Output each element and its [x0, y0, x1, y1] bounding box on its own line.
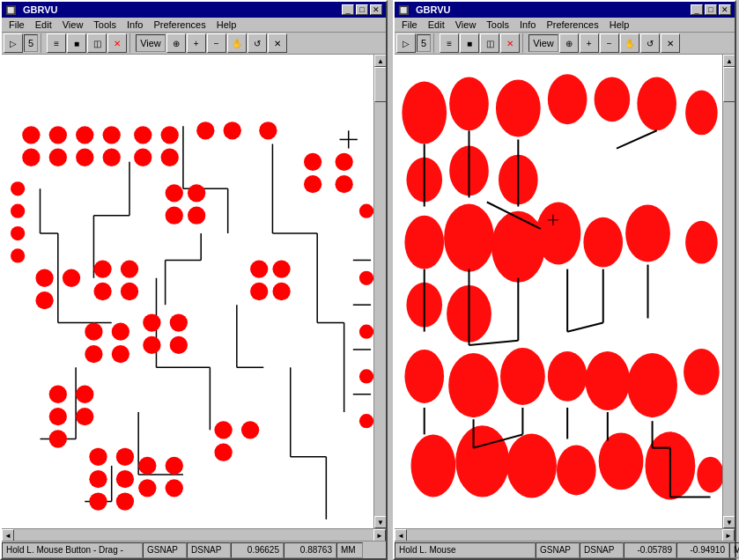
right-menu-preferences[interactable]: Preferences	[541, 18, 603, 31]
svg-point-60	[35, 291, 53, 309]
left-menu-bar: File Edit View Tools Info Preferences He…	[2, 18, 386, 33]
left-tb-zoom-in[interactable]: +	[187, 33, 206, 53]
left-vscroll-thumb[interactable]	[374, 67, 386, 102]
svg-point-67	[166, 207, 183, 225]
svg-point-41	[49, 126, 67, 144]
right-tb-list[interactable]: ≡	[440, 33, 459, 53]
svg-point-46	[103, 149, 121, 166]
left-tb-rect[interactable]: ■	[67, 33, 86, 53]
right-minimize-button[interactable]: _	[691, 4, 703, 15]
left-hscroll-track[interactable]	[14, 529, 373, 541]
left-tb-inspect[interactable]: ◫	[87, 33, 107, 53]
right-status-x: -0.05789	[624, 542, 676, 558]
right-content: ▲ ▼ ◄ ►	[395, 55, 735, 541]
right-pcb-svg	[395, 55, 722, 528]
svg-point-84	[76, 408, 93, 425]
right-menu-edit[interactable]: Edit	[423, 18, 450, 31]
left-vscrollbar[interactable]: ▲ ▼	[373, 55, 386, 528]
right-tb-zoom-out[interactable]: −	[600, 33, 619, 53]
svg-point-63	[93, 283, 111, 300]
right-menu-view[interactable]: View	[450, 18, 482, 31]
right-tb-pointer[interactable]: ▷	[396, 33, 416, 53]
left-pcb-canvas[interactable]	[2, 55, 373, 528]
left-vscroll-track[interactable]	[374, 67, 386, 516]
right-tb-zoom-in[interactable]: +	[580, 33, 599, 53]
right-title-bar: 🔲 GBRVU _ □ ✕	[395, 2, 735, 18]
left-menu-file[interactable]: File	[4, 18, 30, 31]
svg-point-136	[455, 425, 509, 497]
right-vscrollbar[interactable]: ▲ ▼	[722, 55, 735, 528]
right-close-button[interactable]: ✕	[719, 4, 731, 15]
right-vscroll-track[interactable]	[723, 67, 735, 516]
left-menu-tools[interactable]: Tools	[88, 18, 122, 31]
left-content: ▲ ▼ ◄ ►	[2, 55, 386, 541]
svg-point-43	[76, 126, 93, 144]
left-tb-zoom-fit[interactable]: ⊕	[166, 33, 186, 53]
left-tb-cancel[interactable]: ✕	[268, 33, 287, 53]
left-scroll-right[interactable]: ►	[373, 529, 386, 541]
left-tb-undo[interactable]: ↺	[248, 33, 267, 53]
right-vscroll-thumb[interactable]	[723, 67, 735, 102]
left-tb-list[interactable]: ≡	[47, 33, 66, 53]
right-hscroll-track[interactable]	[407, 529, 722, 541]
svg-point-124	[536, 202, 581, 264]
left-tb-pointer[interactable]: ▷	[4, 33, 23, 53]
left-scroll-left[interactable]: ◄	[2, 529, 14, 541]
right-pcb-canvas[interactable]	[395, 55, 722, 528]
right-hscrollbar[interactable]: ◄ ►	[395, 528, 735, 541]
right-menu-help[interactable]: Help	[604, 18, 635, 31]
left-scroll-up[interactable]: ▲	[374, 55, 386, 67]
right-toolbar: ▷ 5 ≡ ■ ◫ ✕ View ⊕ + − ✋ ↺ ✕	[395, 33, 735, 55]
right-tb-pan[interactable]: ✋	[620, 33, 639, 53]
svg-point-90	[89, 492, 107, 510]
right-tb-clear[interactable]: ✕	[500, 33, 520, 53]
left-tb-pan[interactable]: ✋	[227, 33, 247, 53]
right-tb-rect[interactable]: ■	[460, 33, 479, 53]
left-tb-view-label: View	[136, 34, 166, 52]
left-maximize-button[interactable]: □	[356, 4, 368, 15]
right-scroll-up[interactable]: ▲	[723, 55, 735, 67]
svg-point-99	[304, 153, 321, 171]
left-menu-info[interactable]: Info	[122, 18, 148, 31]
left-minimize-button[interactable]: _	[342, 4, 354, 15]
svg-point-129	[448, 353, 499, 417]
left-menu-view[interactable]: View	[57, 18, 89, 31]
left-menu-preferences[interactable]: Preferences	[148, 18, 211, 31]
right-menu-file[interactable]: File	[396, 18, 423, 31]
left-pcb-svg	[2, 55, 373, 528]
svg-point-76	[272, 283, 290, 300]
right-tb-zoom-fit[interactable]: ⊕	[559, 33, 579, 53]
right-tb-cancel[interactable]: ✕	[661, 33, 680, 53]
right-menu-tools[interactable]: Tools	[481, 18, 514, 31]
svg-point-137	[506, 433, 557, 497]
left-scroll-down[interactable]: ▼	[374, 516, 386, 528]
left-menu-edit[interactable]: Edit	[30, 18, 57, 31]
left-tb-clear[interactable]: ✕	[107, 33, 127, 53]
left-close-button[interactable]: ✕	[370, 4, 382, 15]
right-status-snap2: DSNAP	[580, 542, 624, 558]
left-window: 🔲 GBRVU _ □ ✕ File Edit View Tools Info …	[0, 0, 388, 560]
svg-point-109	[402, 81, 447, 144]
svg-point-118	[685, 91, 718, 136]
right-maximize-button[interactable]: □	[705, 4, 717, 15]
svg-point-52	[224, 122, 241, 139]
svg-point-56	[11, 226, 25, 240]
right-menu-info[interactable]: Info	[514, 18, 541, 31]
right-canvas-vscroll: ▲ ▼ ◄ ►	[395, 55, 735, 541]
svg-point-54	[11, 181, 25, 195]
left-tb-zoom-out[interactable]: −	[207, 33, 226, 53]
left-menu-help[interactable]: Help	[211, 18, 242, 31]
right-tb-inspect[interactable]: ◫	[480, 33, 499, 53]
right-tb-undo[interactable]: ↺	[640, 33, 660, 53]
left-status-y: 0.88763	[284, 542, 336, 558]
right-scroll-left[interactable]: ◄	[395, 529, 407, 541]
svg-point-126	[625, 205, 670, 262]
left-hscrollbar[interactable]: ◄ ►	[2, 528, 386, 541]
right-window-title: GBRVU	[416, 4, 451, 15]
svg-point-91	[116, 492, 134, 510]
right-scroll-down[interactable]: ▼	[723, 516, 735, 528]
svg-point-125	[583, 217, 623, 268]
right-window-controls: _ □ ✕	[691, 4, 731, 15]
right-scroll-right[interactable]: ►	[722, 529, 735, 541]
svg-point-42	[49, 149, 67, 166]
